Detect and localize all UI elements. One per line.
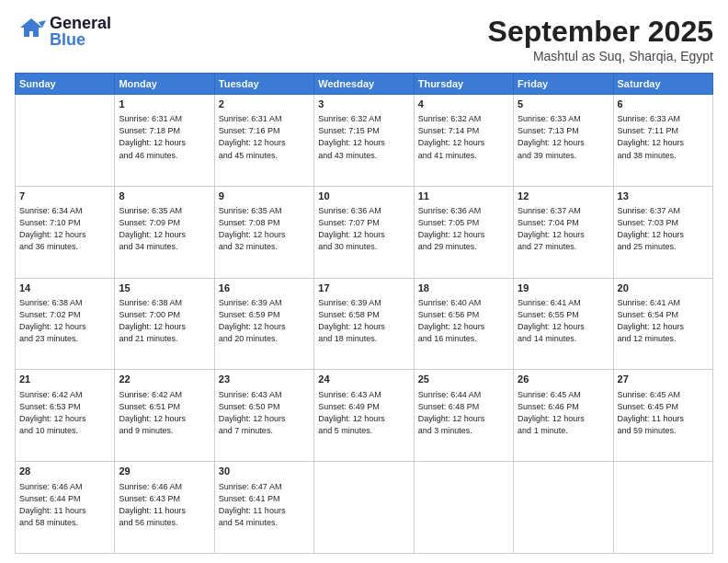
calendar-cell: 21Sunrise: 6:42 AM Sunset: 6:53 PM Dayli… — [16, 370, 115, 462]
day-number: 2 — [219, 98, 310, 111]
cell-content: Sunrise: 6:34 AM Sunset: 7:10 PM Dayligh… — [19, 205, 110, 253]
cell-content: Sunrise: 6:31 AM Sunset: 7:16 PM Dayligh… — [219, 113, 310, 161]
cell-content: Sunrise: 6:43 AM Sunset: 6:50 PM Dayligh… — [219, 389, 310, 437]
calendar-cell: 12Sunrise: 6:37 AM Sunset: 7:04 PM Dayli… — [514, 186, 613, 278]
cell-content: Sunrise: 6:33 AM Sunset: 7:11 PM Dayligh… — [618, 113, 709, 161]
day-number: 13 — [618, 190, 709, 203]
day-number: 1 — [119, 98, 210, 111]
location-title: Mashtul as Suq, Sharqia, Egypt — [488, 49, 713, 63]
page: General Blue September 2025 Mashtul as S… — [0, 0, 728, 563]
cell-content: Sunrise: 6:47 AM Sunset: 6:41 PM Dayligh… — [219, 481, 310, 529]
calendar-header-sunday: Sunday — [16, 74, 115, 95]
calendar-cell: 15Sunrise: 6:38 AM Sunset: 7:00 PM Dayli… — [115, 278, 214, 370]
cell-content: Sunrise: 6:38 AM Sunset: 7:00 PM Dayligh… — [119, 297, 210, 345]
cell-content: Sunrise: 6:35 AM Sunset: 7:09 PM Dayligh… — [119, 205, 210, 253]
cell-content: Sunrise: 6:37 AM Sunset: 7:03 PM Dayligh… — [618, 205, 709, 253]
calendar-cell: 2Sunrise: 6:31 AM Sunset: 7:16 PM Daylig… — [214, 95, 313, 187]
calendar-cell: 24Sunrise: 6:43 AM Sunset: 6:49 PM Dayli… — [314, 370, 414, 462]
day-number: 18 — [418, 282, 509, 295]
calendar-cell: 5Sunrise: 6:33 AM Sunset: 7:13 PM Daylig… — [514, 95, 613, 187]
title-block: September 2025 Mashtul as Suq, Sharqia, … — [488, 15, 713, 63]
cell-content: Sunrise: 6:31 AM Sunset: 7:18 PM Dayligh… — [119, 113, 210, 161]
day-number: 14 — [19, 282, 110, 295]
logo: General Blue — [15, 15, 111, 48]
cell-content: Sunrise: 6:40 AM Sunset: 6:56 PM Dayligh… — [418, 297, 509, 345]
calendar-cell: 23Sunrise: 6:43 AM Sunset: 6:50 PM Dayli… — [214, 370, 313, 462]
calendar-cell: 25Sunrise: 6:44 AM Sunset: 6:48 PM Dayli… — [414, 370, 513, 462]
day-number: 26 — [518, 373, 609, 386]
day-number: 24 — [318, 373, 409, 386]
calendar-week-row: 14Sunrise: 6:38 AM Sunset: 7:02 PM Dayli… — [16, 278, 713, 370]
svg-marker-0 — [20, 18, 42, 37]
calendar-cell: 1Sunrise: 6:31 AM Sunset: 7:18 PM Daylig… — [115, 95, 214, 187]
day-number: 22 — [119, 373, 210, 386]
calendar-cell — [613, 462, 712, 554]
logo-blue-text: Blue — [50, 31, 111, 48]
day-number: 10 — [318, 190, 409, 203]
calendar-header-thursday: Thursday — [414, 74, 513, 95]
calendar-cell — [314, 462, 414, 554]
day-number: 25 — [418, 373, 509, 386]
day-number: 20 — [618, 282, 709, 295]
cell-content: Sunrise: 6:44 AM Sunset: 6:48 PM Dayligh… — [418, 389, 509, 437]
cell-content: Sunrise: 6:39 AM Sunset: 6:58 PM Dayligh… — [318, 297, 409, 345]
calendar-cell: 8Sunrise: 6:35 AM Sunset: 7:09 PM Daylig… — [115, 186, 214, 278]
calendar-cell: 30Sunrise: 6:47 AM Sunset: 6:41 PM Dayli… — [214, 462, 313, 554]
cell-content: Sunrise: 6:36 AM Sunset: 7:05 PM Dayligh… — [418, 205, 509, 253]
day-number: 17 — [318, 282, 409, 295]
cell-content: Sunrise: 6:39 AM Sunset: 6:59 PM Dayligh… — [219, 297, 310, 345]
day-number: 29 — [119, 465, 210, 478]
calendar-header-friday: Friday — [514, 74, 613, 95]
calendar-cell: 22Sunrise: 6:42 AM Sunset: 6:51 PM Dayli… — [115, 370, 214, 462]
day-number: 8 — [119, 190, 210, 203]
month-title: September 2025 — [488, 15, 713, 49]
calendar-cell: 3Sunrise: 6:32 AM Sunset: 7:15 PM Daylig… — [314, 95, 414, 187]
day-number: 6 — [618, 98, 709, 111]
calendar-header-row: SundayMondayTuesdayWednesdayThursdayFrid… — [16, 74, 713, 95]
calendar-cell: 19Sunrise: 6:41 AM Sunset: 6:55 PM Dayli… — [514, 278, 613, 370]
day-number: 12 — [518, 190, 609, 203]
calendar-header-wednesday: Wednesday — [314, 74, 414, 95]
cell-content: Sunrise: 6:45 AM Sunset: 6:46 PM Dayligh… — [518, 389, 609, 437]
calendar-header-saturday: Saturday — [613, 74, 712, 95]
day-number: 9 — [219, 190, 310, 203]
day-number: 4 — [418, 98, 509, 111]
day-number: 3 — [318, 98, 409, 111]
calendar-cell — [514, 462, 613, 554]
cell-content: Sunrise: 6:36 AM Sunset: 7:07 PM Dayligh… — [318, 205, 409, 253]
calendar-cell: 27Sunrise: 6:45 AM Sunset: 6:45 PM Dayli… — [613, 370, 712, 462]
calendar-cell: 4Sunrise: 6:32 AM Sunset: 7:14 PM Daylig… — [414, 95, 513, 187]
cell-content: Sunrise: 6:35 AM Sunset: 7:08 PM Dayligh… — [219, 205, 310, 253]
calendar-header-tuesday: Tuesday — [214, 74, 313, 95]
cell-content: Sunrise: 6:41 AM Sunset: 6:54 PM Dayligh… — [618, 297, 709, 345]
cell-content: Sunrise: 6:32 AM Sunset: 7:15 PM Dayligh… — [318, 113, 409, 161]
day-number: 27 — [618, 373, 709, 386]
day-number: 28 — [19, 465, 110, 478]
day-number: 23 — [219, 373, 310, 386]
calendar-cell: 29Sunrise: 6:46 AM Sunset: 6:43 PM Dayli… — [115, 462, 214, 554]
cell-content: Sunrise: 6:42 AM Sunset: 6:51 PM Dayligh… — [119, 389, 210, 437]
cell-content: Sunrise: 6:37 AM Sunset: 7:04 PM Dayligh… — [518, 205, 609, 253]
day-number: 15 — [119, 282, 210, 295]
cell-content: Sunrise: 6:43 AM Sunset: 6:49 PM Dayligh… — [318, 389, 409, 437]
day-number: 11 — [418, 190, 509, 203]
calendar-cell: 10Sunrise: 6:36 AM Sunset: 7:07 PM Dayli… — [314, 186, 414, 278]
cell-content: Sunrise: 6:41 AM Sunset: 6:55 PM Dayligh… — [518, 297, 609, 345]
calendar-cell: 13Sunrise: 6:37 AM Sunset: 7:03 PM Dayli… — [613, 186, 712, 278]
cell-content: Sunrise: 6:42 AM Sunset: 6:53 PM Dayligh… — [19, 389, 110, 437]
calendar-table: SundayMondayTuesdayWednesdayThursdayFrid… — [15, 73, 713, 554]
day-number: 7 — [19, 190, 110, 203]
calendar-cell: 18Sunrise: 6:40 AM Sunset: 6:56 PM Dayli… — [414, 278, 513, 370]
calendar-week-row: 1Sunrise: 6:31 AM Sunset: 7:18 PM Daylig… — [16, 95, 713, 187]
calendar-header-monday: Monday — [115, 74, 214, 95]
calendar-cell: 7Sunrise: 6:34 AM Sunset: 7:10 PM Daylig… — [16, 186, 115, 278]
cell-content: Sunrise: 6:45 AM Sunset: 6:45 PM Dayligh… — [618, 389, 709, 437]
calendar-cell: 26Sunrise: 6:45 AM Sunset: 6:46 PM Dayli… — [514, 370, 613, 462]
day-number: 21 — [19, 373, 110, 386]
calendar-cell: 14Sunrise: 6:38 AM Sunset: 7:02 PM Dayli… — [16, 278, 115, 370]
calendar-week-row: 21Sunrise: 6:42 AM Sunset: 6:53 PM Dayli… — [16, 370, 713, 462]
calendar-week-row: 7Sunrise: 6:34 AM Sunset: 7:10 PM Daylig… — [16, 186, 713, 278]
day-number: 16 — [219, 282, 310, 295]
logo-name-block: General Blue — [50, 15, 111, 48]
calendar-cell — [16, 95, 115, 187]
